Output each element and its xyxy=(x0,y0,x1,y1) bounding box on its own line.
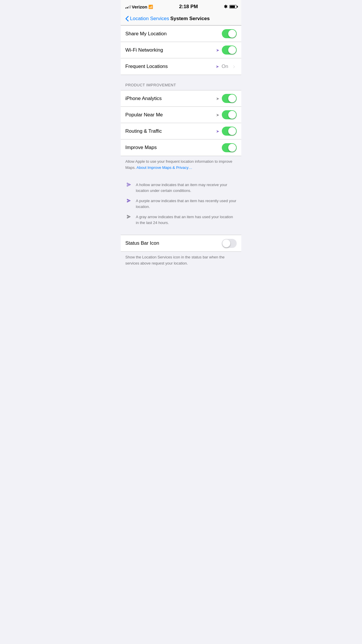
toggle-knob xyxy=(228,111,236,119)
battery-fill xyxy=(230,6,235,8)
row-left: Share My Location xyxy=(125,31,222,37)
improve-maps-label: Improve Maps xyxy=(125,145,157,150)
gray-arrow-icon xyxy=(125,214,132,220)
location-arrow-purple-icon: ➤ xyxy=(216,64,219,69)
row-right: ➤ xyxy=(216,46,237,55)
wifi-networking-row[interactable]: Wi-Fi Networking ➤ xyxy=(121,42,241,58)
improve-maps-link[interactable]: About Improve Maps & Privacy… xyxy=(136,165,192,170)
row-left: Frequent Locations xyxy=(125,64,216,69)
popular-near-me-row[interactable]: Popular Near Me ➤ xyxy=(121,107,241,123)
purple-arrow-legend: A purple arrow indicates that an item ha… xyxy=(125,196,237,212)
wifi-networking-toggle[interactable] xyxy=(222,46,237,55)
status-left: Verizon 📶 xyxy=(125,4,153,9)
improve-maps-row[interactable]: Improve Maps xyxy=(121,139,241,156)
row-left: Wi-Fi Networking xyxy=(125,47,216,53)
row-right: ➤ xyxy=(216,94,237,103)
status-bar-icon-section: Status Bar Icon xyxy=(121,235,241,252)
status-bar-note: Show the Location Services icon in the s… xyxy=(121,252,241,272)
location-arrow-gray-icon: ➤ xyxy=(216,113,219,117)
toggle-knob xyxy=(228,144,236,152)
page-title: System Services xyxy=(170,16,210,22)
wifi-networking-label: Wi-Fi Networking xyxy=(125,47,163,53)
share-my-location-toggle[interactable] xyxy=(222,29,237,38)
hollow-arrow-legend: A hollow arrow indicates that an item ma… xyxy=(125,180,237,196)
row-left: iPhone Analytics xyxy=(125,96,216,102)
toggle-knob xyxy=(228,46,236,54)
row-right xyxy=(222,239,237,248)
purple-arrow-text: A purple arrow indicates that an item ha… xyxy=(136,198,237,209)
popular-near-me-label: Popular Near Me xyxy=(125,112,163,118)
routing-traffic-toggle[interactable] xyxy=(222,127,237,136)
gray-arrow-legend: A gray arrow indicates that an item has … xyxy=(125,212,237,228)
section-header-text: PRODUCT IMPROVEMENT xyxy=(125,83,176,87)
popular-near-me-toggle[interactable] xyxy=(222,110,237,119)
wifi-icon: 📶 xyxy=(148,5,153,9)
back-chevron-icon xyxy=(125,16,129,22)
chevron-right-icon: ﹥ xyxy=(232,63,237,70)
improve-maps-note: Allow Apple to use your frequent locatio… xyxy=(121,156,241,175)
back-button[interactable]: Location Services xyxy=(125,16,169,22)
location-arrow-gray-icon: ➤ xyxy=(216,96,219,101)
row-right: ➤ On ﹥ xyxy=(216,63,237,70)
gray-arrow-text: A gray arrow indicates that an item has … xyxy=(136,214,237,225)
share-my-location-row[interactable]: Share My Location xyxy=(121,26,241,42)
carrier-text: Verizon xyxy=(132,4,147,9)
status-bar-note-text: Show the Location Services icon in the s… xyxy=(125,255,224,265)
toggle-knob xyxy=(228,127,236,135)
status-time: 2:18 PM xyxy=(179,4,198,10)
row-right xyxy=(222,29,237,38)
row-left: Improve Maps xyxy=(125,145,222,150)
hollow-arrow-text: A hollow arrow indicates that an item ma… xyxy=(136,182,237,193)
status-right: ✱ xyxy=(224,4,237,9)
toggle-knob xyxy=(228,94,236,102)
iphone-analytics-row[interactable]: iPhone Analytics ➤ xyxy=(121,90,241,107)
row-right: ➤ xyxy=(216,110,237,119)
row-left: Status Bar Icon xyxy=(125,240,222,246)
row-left: Routing & Traffic xyxy=(125,128,216,134)
status-bar-icon-label: Status Bar Icon xyxy=(125,240,159,246)
purple-arrow-icon xyxy=(125,198,132,204)
status-bar-icon-toggle[interactable] xyxy=(222,239,237,248)
iphone-analytics-toggle[interactable] xyxy=(222,94,237,103)
navigation-bar: Location Services System Services xyxy=(121,13,241,25)
legend-section: A hollow arrow indicates that an item ma… xyxy=(121,175,241,235)
improve-maps-note-text: Allow Apple to use your frequent locatio… xyxy=(125,159,232,170)
toggle-knob xyxy=(228,30,236,38)
frequent-locations-label: Frequent Locations xyxy=(125,64,168,69)
status-bar-icon-row[interactable]: Status Bar Icon xyxy=(121,235,241,251)
product-improvement-header: PRODUCT IMPROVEMENT xyxy=(121,75,241,90)
routing-traffic-row[interactable]: Routing & Traffic ➤ xyxy=(121,123,241,139)
routing-traffic-label: Routing & Traffic xyxy=(125,128,162,134)
status-bar: Verizon 📶 2:18 PM ✱ xyxy=(121,0,241,13)
share-my-location-label: Share My Location xyxy=(125,31,167,37)
toggle-knob xyxy=(222,239,230,247)
location-arrow-purple-icon: ➤ xyxy=(216,129,219,134)
row-right: ➤ xyxy=(216,127,237,136)
bluetooth-icon: ✱ xyxy=(224,4,228,9)
frequent-locations-value: On xyxy=(222,64,228,69)
hollow-arrow-icon xyxy=(125,182,132,188)
row-left: Popular Near Me xyxy=(125,112,216,118)
iphone-analytics-label: iPhone Analytics xyxy=(125,96,162,102)
signal-bars xyxy=(125,5,131,8)
content: Share My Location Wi-Fi Networking ➤ xyxy=(121,25,241,272)
battery-icon xyxy=(229,5,237,8)
product-improvement-section: iPhone Analytics ➤ Popular Near Me ➤ xyxy=(121,90,241,156)
location-arrow-purple-icon: ➤ xyxy=(216,48,219,52)
back-label: Location Services xyxy=(130,16,169,22)
row-right xyxy=(222,143,237,152)
frequent-locations-row[interactable]: Frequent Locations ➤ On ﹥ xyxy=(121,58,241,75)
top-settings-section: Share My Location Wi-Fi Networking ➤ xyxy=(121,25,241,75)
improve-maps-toggle[interactable] xyxy=(222,143,237,152)
